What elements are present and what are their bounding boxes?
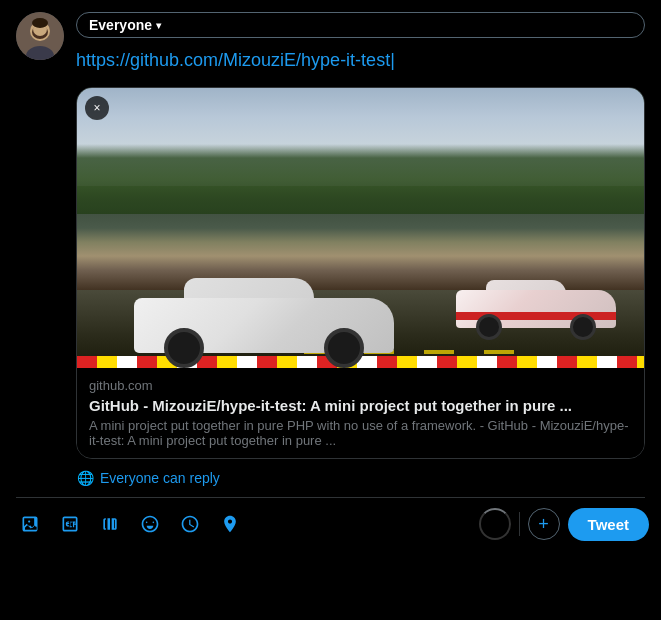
compose-area: Everyone ▾ https://github.com/MizouziE/h… xyxy=(0,0,661,620)
car-wheel-front xyxy=(164,328,204,368)
preview-description: A mini project put together in pure PHP … xyxy=(89,418,632,448)
toolbar-right: + Tweet xyxy=(479,508,649,541)
preview-title: GitHub - MizouziE/hype-it-test: A mini p… xyxy=(89,397,632,414)
reply-text: Everyone can reply xyxy=(100,470,220,486)
top-row: Everyone ▾ https://github.com/MizouziE/h… xyxy=(0,0,661,459)
svg-point-4 xyxy=(32,18,48,28)
preview-info: github.com GitHub - MizouziE/hype-it-tes… xyxy=(77,368,644,458)
audience-label: Everyone xyxy=(89,17,152,33)
emoji-icon[interactable] xyxy=(132,506,168,542)
tweet-button[interactable]: Tweet xyxy=(568,508,649,541)
audience-selector[interactable]: Everyone ▾ xyxy=(76,12,645,38)
preview-image xyxy=(77,88,644,368)
globe-icon: 🌐 xyxy=(76,469,94,487)
car-wheel-rear xyxy=(324,328,364,368)
loading-spinner xyxy=(479,508,511,540)
add-thread-button[interactable]: + xyxy=(528,508,560,540)
secondary-car-wheel-front xyxy=(476,314,502,340)
gif-icon[interactable] xyxy=(52,506,88,542)
image-icon[interactable] xyxy=(12,506,48,542)
text-cursor xyxy=(390,50,395,70)
reply-info: 🌐 Everyone can reply xyxy=(0,459,661,497)
trees-background xyxy=(77,144,644,214)
preview-source: github.com xyxy=(89,378,632,393)
url-input[interactable]: https://github.com/MizouziE/hype-it-test xyxy=(76,46,645,75)
url-text-content: https://github.com/MizouziE/hype-it-test xyxy=(76,50,390,70)
secondary-car xyxy=(456,275,616,340)
location-icon[interactable] xyxy=(212,506,248,542)
chevron-down-icon: ▾ xyxy=(156,20,161,31)
preview-close-button[interactable]: × xyxy=(85,96,109,120)
toolbar: + Tweet xyxy=(0,498,661,550)
avatar xyxy=(16,12,64,60)
schedule-icon[interactable] xyxy=(172,506,208,542)
toolbar-divider xyxy=(519,512,520,536)
main-car xyxy=(134,278,394,368)
right-content: Everyone ▾ https://github.com/MizouziE/h… xyxy=(76,12,645,459)
link-preview-card: × xyxy=(76,87,645,459)
poll-icon[interactable] xyxy=(92,506,128,542)
secondary-car-wheel-rear xyxy=(570,314,596,340)
